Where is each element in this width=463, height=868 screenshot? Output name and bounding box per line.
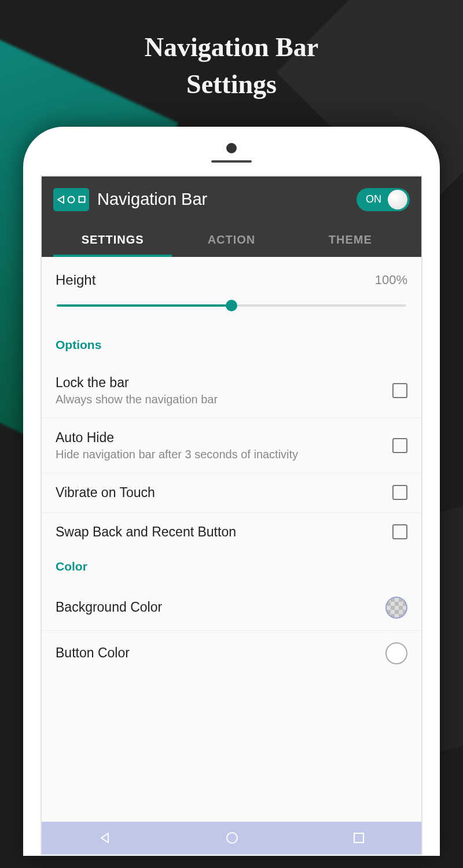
phone-speaker xyxy=(211,160,252,163)
background-color-swatch[interactable] xyxy=(385,597,407,619)
height-value: 100% xyxy=(375,273,407,288)
setting-title: Swap Back and Recent Button xyxy=(56,524,392,540)
phone-frame: Navigation Bar ON SETTINGS ACTION THEME … xyxy=(23,127,440,856)
nav-recent-icon[interactable] xyxy=(353,832,365,844)
promo-title-line2: Settings xyxy=(0,66,463,103)
tab-action[interactable]: ACTION xyxy=(172,225,291,257)
app-title: Navigation Bar xyxy=(97,190,207,209)
square-recent-icon xyxy=(78,196,86,203)
app-icon xyxy=(53,188,89,211)
setting-text: Auto Hide Hide navigation bar after 3 se… xyxy=(56,430,392,461)
setting-subtitle: Always show the navigation bar xyxy=(56,393,392,406)
setting-text: Lock the bar Always show the navigation … xyxy=(56,375,392,406)
tab-bar: SETTINGS ACTION THEME xyxy=(53,225,410,257)
master-toggle[interactable]: ON xyxy=(357,188,410,211)
slider-fill xyxy=(57,304,232,307)
height-slider-section: Height 100% xyxy=(42,272,421,330)
setting-text: Swap Back and Recent Button xyxy=(56,524,392,540)
setting-title: Background Color xyxy=(56,599,385,615)
setting-title: Auto Hide xyxy=(56,430,392,446)
app-header-left: Navigation Bar xyxy=(53,188,207,211)
svg-point-2 xyxy=(227,833,237,843)
options-section-header: Options xyxy=(42,330,421,363)
height-label: Height xyxy=(56,272,95,288)
app-screen: Navigation Bar ON SETTINGS ACTION THEME … xyxy=(41,175,422,855)
height-slider-header: Height 100% xyxy=(56,272,407,288)
svg-rect-3 xyxy=(354,833,363,843)
promo-title-line1: Navigation Bar xyxy=(0,29,463,66)
setting-vibrate[interactable]: Vibrate on Touch xyxy=(42,473,421,513)
toggle-knob xyxy=(388,190,407,209)
toggle-on-label: ON xyxy=(366,193,381,205)
checkbox-lock-bar[interactable] xyxy=(392,383,407,398)
setting-auto-hide[interactable]: Auto Hide Hide navigation bar after 3 se… xyxy=(42,418,421,473)
checkbox-vibrate[interactable] xyxy=(392,485,407,500)
circle-home-icon xyxy=(67,196,75,204)
setting-title: Vibrate on Touch xyxy=(56,485,392,501)
nav-home-icon[interactable] xyxy=(225,831,239,845)
checkbox-swap[interactable] xyxy=(392,524,407,539)
svg-rect-1 xyxy=(79,197,84,203)
setting-text: Button Color xyxy=(56,645,385,661)
nav-back-icon[interactable] xyxy=(98,832,111,844)
phone-camera xyxy=(226,143,237,153)
setting-text: Background Color xyxy=(56,599,385,615)
checkbox-auto-hide[interactable] xyxy=(392,438,407,453)
promo-title: Navigation Bar Settings xyxy=(0,0,463,104)
setting-swap-buttons[interactable]: Swap Back and Recent Button xyxy=(42,513,421,551)
color-section-header: Color xyxy=(42,551,421,585)
svg-point-0 xyxy=(68,196,74,203)
slider-thumb[interactable] xyxy=(226,300,237,311)
app-header-top: Navigation Bar ON xyxy=(53,188,410,225)
setting-background-color[interactable]: Background Color xyxy=(42,585,421,631)
setting-lock-bar[interactable]: Lock the bar Always show the navigation … xyxy=(42,363,421,418)
setting-text: Vibrate on Touch xyxy=(56,485,392,501)
settings-content: Height 100% Options Lock the bar Always … xyxy=(42,257,421,676)
setting-subtitle: Hide navigation bar after 3 seconds of i… xyxy=(56,448,392,461)
setting-title: Button Color xyxy=(56,645,385,661)
setting-button-color[interactable]: Button Color xyxy=(42,631,421,676)
tab-theme[interactable]: THEME xyxy=(291,225,410,257)
app-header: Navigation Bar ON SETTINGS ACTION THEME xyxy=(42,176,421,257)
height-slider[interactable] xyxy=(57,304,406,307)
button-color-swatch[interactable] xyxy=(385,642,407,664)
setting-title: Lock the bar xyxy=(56,375,392,391)
system-navigation-bar xyxy=(42,822,421,854)
triangle-back-icon xyxy=(57,196,64,204)
tab-settings[interactable]: SETTINGS xyxy=(53,225,172,257)
